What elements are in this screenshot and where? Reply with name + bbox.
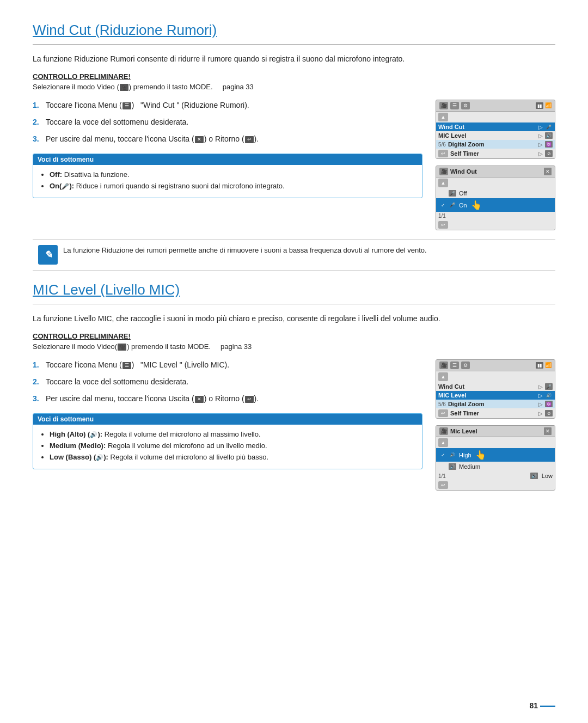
menu-icon-2: ☰ [122, 362, 131, 369]
section2-intro: La funzione Livello MIC, che raccoglie i… [33, 313, 555, 324]
up-btn-3: ▲ [438, 372, 448, 381]
zoom-icon-2: 🔯 [545, 401, 553, 407]
hand-cursor-1: 👆 [471, 200, 482, 210]
step-text-1: Toccare l'icona Menu (☰) "Wind Cut " (Ri… [46, 100, 249, 111]
battery-icons: ▮▮ 📶 [536, 102, 552, 109]
windcut-off-icon: 🎤 [449, 190, 456, 197]
section1-title: Wind Cut (Riduzione Rumori) [33, 22, 555, 39]
windcut-on-icon: 🎤 [449, 202, 456, 209]
step2-num-2: 2. [33, 376, 41, 388]
up-btn-2: ▲ [438, 179, 448, 187]
close-btn-2: ✕ [544, 427, 552, 435]
step-num-3: 3. [33, 133, 41, 145]
windcut-title-bar: 🎥 Wind Out ✕ [436, 166, 555, 177]
ui-nav-up-2: ▲ [436, 371, 555, 382]
miclevel-back: ↩ [436, 480, 555, 490]
ui-selftimer-row: ↩ Self Timer ▷ ⊘ [436, 149, 555, 158]
camera-icon: 🎥 [439, 102, 448, 109]
gear-icon: ⚙ [461, 102, 470, 109]
selftimer-arrow-2: ▷ [538, 410, 543, 416]
miclevel-medium-row: 🔊 Medium [436, 462, 555, 471]
miclevel-title-bar: 🎥 Mic Level ✕ [436, 426, 555, 437]
digitalzoom-arrow: ▷ [538, 142, 543, 148]
section1-note: ✎ La funzione Riduzione dei rumori perme… [33, 239, 555, 271]
battery-icons-2: ▮▮ 📶 [536, 362, 552, 369]
return-icon-2: ↩ [245, 396, 254, 403]
step2-2: 2. Toccare la voce del sottomenu desider… [33, 376, 422, 388]
windcut-back: ↩ [436, 220, 555, 230]
digitalzoom-label: Digital Zoom [448, 141, 536, 148]
windcut-footer: 1/1 [436, 212, 555, 220]
step2-1: 1. Toccare l'icona Menu (☰) "MIC Level "… [33, 359, 422, 371]
miclevel-nav-up: ▲ [436, 437, 555, 448]
back-btn-3: ↩ [438, 409, 448, 417]
submenu-item-off: Off: Disattiva la funzione. [50, 169, 414, 181]
return-icon: ↩ [245, 136, 254, 143]
menu-btn-icon-2: ☰ [450, 362, 459, 369]
section2-right: 🎥 ☰ ⚙ ▮▮ 📶 ▲ Wind Cut ▷ 🎤 MIC Level ▷ 🔊 [436, 359, 555, 491]
windcut-nav-up: ▲ [436, 177, 555, 188]
ui-menu-screenshot-2: 🎥 ☰ ⚙ ▮▮ 📶 ▲ Wind Cut ▷ 🎤 MIC Level ▷ 🔊 [436, 359, 555, 419]
hand-cursor-2: 👆 [475, 450, 486, 460]
ui-selftimer-row-2: ↩ Self Timer ▷ ⊘ [436, 408, 555, 418]
step-text-2: Toccare la voce del sottomenu desiderata… [46, 117, 188, 128]
selftimer-arrow: ▷ [538, 151, 543, 157]
step2-num-3: 3. [33, 393, 41, 405]
ui-digitalzoom-row: 5/6 Digital Zoom ▷ 🔯 [436, 140, 555, 149]
section1-controllo-text: Selezionare il modo Video (🎥) premendo i… [33, 83, 555, 91]
back-btn-2: ↩ [438, 221, 448, 229]
camera-icon-2: 🎥 [439, 168, 448, 175]
gear-icon-2: ⚙ [461, 362, 470, 369]
windcut-on-check: ✓ [440, 203, 446, 208]
step-2: 2. Toccare la voce del sottomenu desider… [33, 117, 422, 128]
video-mode-icon-2: 🎥 [118, 344, 126, 351]
section2-submenu-box: Voci di sottomenu High (Alto) (🔊): Regol… [33, 413, 422, 469]
windcut-icon-2: 🎤 [545, 383, 553, 390]
section2-content: 1. Toccare l'icona Menu (☰) "MIC Level "… [33, 359, 555, 491]
section1-submenu-list: Off: Disattiva la funzione. On(🎤): Riduc… [41, 169, 414, 192]
ui-nav-up: ▲ [436, 112, 555, 122]
step2-text-3: Per uscire dal menu, toccare l'icona Usc… [46, 393, 259, 405]
section1-submenu-title: Voci di sottomenu [33, 154, 422, 165]
page-number: 81 [529, 701, 555, 710]
page-indicator-2: 5/6 [438, 401, 446, 407]
submenu-low: Low (Basso) (🔊): Regola il volume del mi… [50, 452, 414, 463]
medium-icon: 🔊 [449, 463, 456, 470]
windcut-title: Wind Out [450, 168, 542, 175]
miclevel-arrow: ▷ [538, 133, 543, 139]
video-mode-icon: 🎥 [120, 84, 128, 91]
miclevel-icon: 🔊 [545, 132, 553, 139]
ui-header-1: 🎥 ☰ ⚙ ▮▮ 📶 [436, 100, 555, 112]
step2-text-2: Toccare la voce del sottomenu desiderata… [46, 376, 188, 388]
step-text-3: Per uscire dal menu, toccare l'icona Usc… [46, 133, 259, 145]
windcut-icon: 🎤 [545, 124, 553, 130]
page-indicator-1: 5/6 [438, 142, 446, 148]
section1-content: 1. Toccare l'icona Menu (☰) "Wind Cut " … [33, 100, 555, 230]
windcut-off-label: Off [459, 190, 467, 197]
selftimer-label: Self Timer [450, 150, 536, 157]
up-btn-4: ▲ [438, 438, 448, 447]
section2-controllo-text: Selezionare il modo Video(🎥) premendo il… [33, 342, 555, 351]
ui-windcut-row-2: Wind Cut ▷ 🎤 [436, 382, 555, 391]
battery-icon-2: ▮▮ [536, 362, 543, 369]
high-label: High [459, 452, 471, 458]
medium-label: Medium [459, 463, 480, 470]
windcut-off-check [440, 191, 446, 196]
digitalzoom-label-2: Digital Zoom [448, 401, 536, 407]
close-btn-1: ✕ [544, 168, 552, 175]
note-icon: ✎ [38, 245, 58, 265]
low-label: Low [542, 473, 553, 479]
windcut-arrow-2: ▷ [538, 384, 543, 390]
section1-steps: 1. Toccare l'icona Menu (☰) "Wind Cut " … [33, 100, 422, 145]
zoom-icon: 🔯 [545, 141, 553, 148]
section2-left: 1. Toccare l'icona Menu (☰) "MIC Level "… [33, 359, 422, 491]
medium-check [440, 464, 446, 469]
step2-3: 3. Per uscire dal menu, toccare l'icona … [33, 393, 422, 405]
step-num-2: 2. [33, 117, 41, 128]
menu-icon: ☰ [122, 102, 131, 109]
ui-menu-screenshot-1: 🎥 ☰ ⚙ ▮▮ 📶 ▲ Wind Cut ▷ 🎤 MIC Level ▷ 🔊 [436, 100, 555, 159]
miclevel-title: Mic Level [450, 428, 542, 434]
signal-icon-2: 📶 [545, 362, 552, 369]
page-accent [540, 706, 555, 707]
up-btn: ▲ [438, 113, 448, 121]
